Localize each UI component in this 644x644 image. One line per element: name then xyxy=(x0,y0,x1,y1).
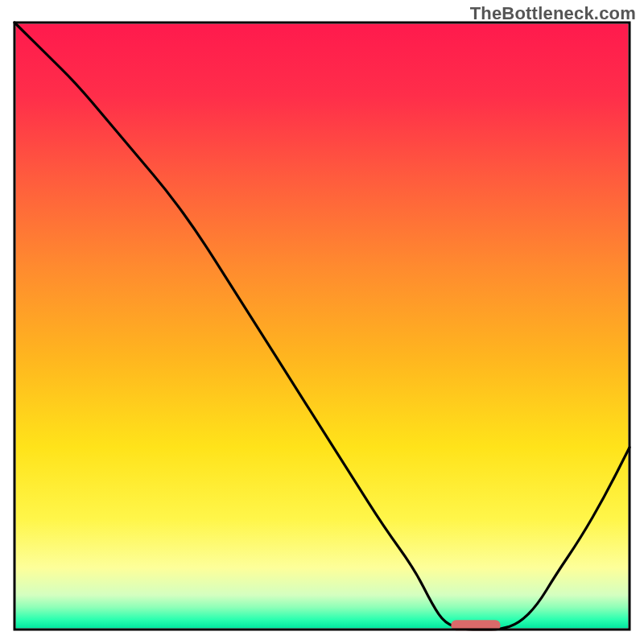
gradient-background xyxy=(16,24,629,629)
bottleneck-chart xyxy=(0,0,644,644)
chart-container: TheBottleneck.com xyxy=(0,0,644,644)
